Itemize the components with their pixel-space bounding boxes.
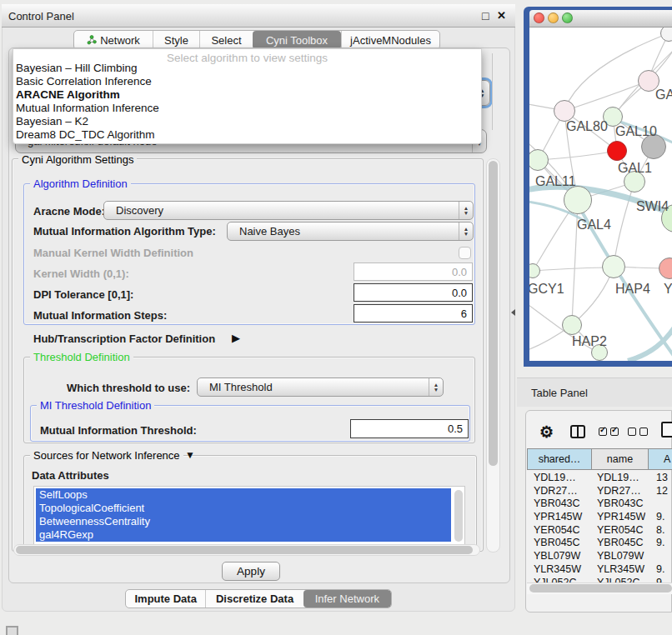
algorithm-dropdown-popup: Select algorithm to view settings Bayesi… xyxy=(13,48,482,144)
node-label: HAP4 xyxy=(615,282,650,297)
node-label: SWI4 xyxy=(636,199,669,214)
kernel-width-field[interactable]: 0.0 xyxy=(354,262,473,281)
table-panel-title: Table Panel xyxy=(531,387,588,399)
tab-network[interactable]: Network xyxy=(74,31,153,49)
control-panel-title: Control Panel xyxy=(8,10,74,22)
node-label: GAL80 xyxy=(566,119,608,134)
network-icon xyxy=(87,35,97,45)
node-label: GAL10 xyxy=(615,124,657,139)
sources-collapse-arrow-icon[interactable]: ▼ xyxy=(185,449,195,461)
control-panel-titlebar xyxy=(2,4,515,28)
zoom-window-icon[interactable] xyxy=(562,12,573,23)
dropdown-item[interactable]: Bayesian – Hill Climbing xyxy=(16,62,479,75)
aracne-mode-combo[interactable]: Discovery ▲▼ xyxy=(103,201,474,220)
algorithm-definition-title: Algorithm Definition xyxy=(30,178,131,190)
column-header-shared-name[interactable]: shared… xyxy=(527,448,592,470)
attributes-list-scrollbar[interactable] xyxy=(454,490,463,542)
list-item[interactable]: BetweennessCentrality xyxy=(36,515,451,528)
node-label: GAL1 xyxy=(618,161,652,176)
hub-definition-label[interactable]: Hub/Transcription Factor Definition xyxy=(33,332,215,345)
which-threshold-label: Which threshold to use: xyxy=(67,382,190,394)
network-node-selected[interactable] xyxy=(607,141,627,161)
manual-kernel-width-label: Manual Kernel Width Definition xyxy=(33,247,193,259)
node-label: GAL4 xyxy=(577,218,611,232)
cyni-algorithm-settings-title: Cyni Algorithm Settings xyxy=(18,153,137,166)
kernel-width-label: Kernel Width (0,1): xyxy=(33,268,129,280)
float-panel-icon[interactable]: □ xyxy=(482,9,489,22)
mi-algorithm-type-combo[interactable]: Naive Bayes ▲▼ xyxy=(227,222,474,241)
node-label: GAL11 xyxy=(535,174,576,189)
manual-kernel-checkbox[interactable] xyxy=(459,247,471,259)
close-window-icon[interactable] xyxy=(534,12,544,23)
list-item[interactable]: gal4RGexp xyxy=(36,528,451,542)
mi-threshold-definition-title: MI Threshold Definition xyxy=(37,399,154,412)
screen: Control Panel □ ✕ Network Style Select C… xyxy=(0,0,672,635)
apply-button[interactable]: Apply xyxy=(222,562,280,581)
node-label: HAP2 xyxy=(572,334,607,349)
tab-style[interactable]: Style xyxy=(153,31,199,49)
mi-threshold-field[interactable]: 0.5 xyxy=(350,419,469,438)
show-columns-icon[interactable] xyxy=(599,428,619,436)
tab-cyni-toolbox[interactable]: Cyni Toolbox xyxy=(253,31,341,49)
node-label: GAL xyxy=(655,88,672,102)
attributes-list: SelfLoops TopologicalCoefficient Between… xyxy=(33,486,465,545)
spinner-arrows-icon: ▲▼ xyxy=(429,378,443,396)
dropdown-item[interactable]: Basic Correlation Inference xyxy=(16,75,479,88)
mi-steps-label: Mutual Information Steps: xyxy=(33,309,167,322)
close-panel-icon[interactable]: ✕ xyxy=(497,9,506,22)
dropdown-item-selected[interactable]: ARACNE Algorithm xyxy=(16,88,479,102)
tab-network-label: Network xyxy=(100,34,140,47)
panel-splitter-arrow-icon[interactable] xyxy=(511,309,515,316)
settings-scrollbar-thumb[interactable] xyxy=(489,161,498,466)
gear-icon[interactable]: ⚙ xyxy=(539,422,554,442)
tab-discretize-data[interactable]: Discretize Data xyxy=(205,590,303,608)
tab-select[interactable]: Select xyxy=(199,31,253,49)
mi-algorithm-type-label: Mutual Information Algorithm Type: xyxy=(33,225,216,238)
dpi-tolerance-field[interactable]: 0.0 xyxy=(354,283,473,302)
list-item[interactable]: TopologicalCoefficient xyxy=(36,502,451,515)
data-attributes-label: Data Attributes xyxy=(32,469,109,482)
minimize-window-icon[interactable] xyxy=(548,12,559,23)
dpi-tolerance-label: DPI Tolerance [0,1]: xyxy=(33,288,133,301)
mi-threshold-label: Mutual Information Threshold: xyxy=(40,424,197,437)
collapsed-panel-button[interactable] xyxy=(6,626,18,635)
network-node[interactable] xyxy=(562,315,582,335)
bottom-tabstrip: Impute Data Discretize Data Infer Networ… xyxy=(125,589,392,608)
split-panel-icon[interactable] xyxy=(570,425,585,438)
sources-title: Sources for Network Inference xyxy=(30,449,183,462)
spinner-arrows-icon: ▲▼ xyxy=(459,222,473,240)
network-node[interactable] xyxy=(564,186,592,214)
network-node[interactable] xyxy=(602,255,625,278)
hide-columns-icon[interactable] xyxy=(628,428,648,436)
hub-expand-arrow-icon[interactable]: ▶ xyxy=(232,332,240,344)
settings-hscrollbar-thumb[interactable] xyxy=(16,546,473,554)
network-canvas[interactable]: GAL GAL80 GAL10 GAL1 GAL11 SWI4 GAL4 GCY… xyxy=(529,28,672,361)
list-item[interactable]: SelfLoops xyxy=(36,488,451,502)
tab-infer-network[interactable]: Infer Network xyxy=(303,590,391,608)
tab-impute-data[interactable]: Impute Data xyxy=(126,590,205,608)
export-table-icon[interactable] xyxy=(661,422,672,438)
tab-jactivemnodules[interactable]: jActiveMNodules xyxy=(341,31,439,49)
aracne-mode-label: Aracne Mode: xyxy=(33,205,105,218)
node-label: Y xyxy=(664,282,672,297)
spinner-arrows-icon: ▲▼ xyxy=(459,202,473,219)
node-label: GCY1 xyxy=(529,282,564,297)
column-header-partial[interactable]: A xyxy=(648,448,672,470)
dropdown-item[interactable]: Mutual Information Inference xyxy=(16,102,479,115)
dropdown-item[interactable]: Dream8 DC_TDC Algorithm xyxy=(16,128,479,142)
column-header-name[interactable]: name xyxy=(591,448,649,470)
dropdown-item[interactable]: Bayesian – K2 xyxy=(16,115,479,128)
table-hscrollbar-thumb[interactable] xyxy=(529,584,672,592)
threshold-definition-title: Threshold Definition xyxy=(30,351,133,363)
which-threshold-combo[interactable]: MI Threshold ▲▼ xyxy=(197,378,444,397)
mi-steps-field[interactable]: 6 xyxy=(354,304,473,322)
groupbox-fragment-line xyxy=(492,53,493,130)
